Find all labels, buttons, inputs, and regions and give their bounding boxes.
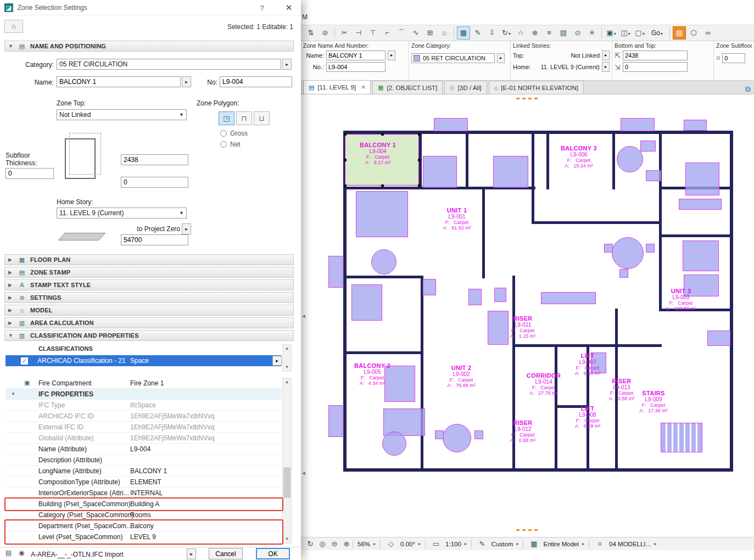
infobox-category-flyout-button[interactable]: ▸: [497, 53, 505, 63]
selection-handle[interactable]: [418, 184, 421, 187]
zoom-in-icon[interactable]: ⊕: [340, 540, 353, 548]
zone-polygon-extruded-button[interactable]: ◳: [219, 111, 234, 125]
category-combo[interactable]: 05 RET CIRCULATION: [57, 59, 281, 70]
split-icon[interactable]: ✂: [338, 26, 351, 40]
classification-system-row[interactable]: ✓ ARCHICAD Classification - 21 Space: [5, 355, 281, 366]
stretch-icon[interactable]: ⊞: [423, 26, 437, 40]
cancel-button[interactable]: Cancel: [209, 548, 243, 559]
gross-radio-row[interactable]: Gross: [220, 130, 248, 137]
pen-set-control[interactable]: ✎ Custom▸: [472, 540, 523, 548]
infobox-name-flyout-button[interactable]: ▸: [388, 51, 395, 60]
marquee-selection-icon[interactable]: ▦: [457, 26, 470, 40]
selection-handle[interactable]: [344, 133, 347, 136]
scroll-down-icon[interactable]: ▼: [283, 363, 291, 371]
infobox-zone-name-input[interactable]: [326, 51, 386, 60]
net-radio-row[interactable]: Net: [220, 141, 241, 148]
orientation-control[interactable]: ◇ 0.00°▸: [381, 540, 425, 548]
zone-stamp-l9-004[interactable]: BALCONY 1 L9-004 F: Carpet A: 9.17 m²: [347, 142, 409, 165]
infobox-top-offset-input[interactable]: [623, 51, 688, 60]
infobox-top-link[interactable]: Not Linked: [535, 52, 600, 59]
zone-stamp-l9-002[interactable]: UNIT 2 L9-002 F: Carpet A: 76.89 m²: [431, 365, 492, 388]
refresh-view-icon[interactable]: ↻: [304, 540, 316, 548]
layout-book-icon[interactable]: ◫▾: [619, 26, 632, 40]
go-button[interactable]: Go▾: [647, 26, 667, 40]
hyperlink-icon[interactable]: ∞: [701, 26, 714, 40]
trim-icon[interactable]: ⊤: [366, 26, 379, 40]
infobox-home-flyout-button[interactable]: ▸: [602, 62, 610, 72]
floor-plan-canvas[interactable]: ◄ ◄ BALCONY 1 L9-004 F: Carpet A: 9.17 m…: [301, 94, 754, 537]
zone-stamp-l9-008[interactable]: LIFT L9-008 F: Carpet A: 6.29 m²: [557, 405, 618, 429]
zone-stamp-l9-006[interactable]: BALCONY 3 L9-006 F: Carpet A: 10.24 m²: [548, 145, 610, 169]
hidden-toolbar-marker[interactable]: [516, 98, 539, 99]
classification-flyout-button[interactable]: ▸: [272, 356, 282, 366]
scale-control[interactable]: ▭ 1:100▸: [426, 540, 471, 548]
zone-stamp-l9-005[interactable]: BALCONY 2 L9-005 F: Carpet A: 4.34 m²: [342, 362, 403, 386]
section-model[interactable]: ▶ ⌂ MODEL: [4, 305, 294, 316]
property-row-4[interactable]: Name (Attribute) L9-004: [5, 444, 281, 455]
3d-visualization-icon[interactable]: ⬡: [687, 26, 700, 40]
property-row-11[interactable]: Department (Pset_SpaceCom... Balcony: [5, 520, 281, 531]
property-row-6[interactable]: LongName (Attribute) BALCONY 1: [5, 466, 281, 477]
property-row-1[interactable]: ARCHICAD IFC ID 1Eh9E2AFj5MeWa7xtbNVvq: [5, 411, 281, 422]
zoom-tool-icon[interactable]: ◎: [316, 540, 328, 548]
infobox-zone-number-input[interactable]: [326, 62, 386, 72]
adjust-icon[interactable]: ⊣: [352, 26, 365, 40]
gross-radio[interactable]: [220, 130, 227, 137]
selection-handle[interactable]: [418, 159, 421, 161]
property-row-10[interactable]: Category (Pset_SpaceCommon) Rooms: [5, 509, 281, 520]
tab-close-icon[interactable]: ×: [361, 83, 365, 91]
net-radio[interactable]: [220, 141, 227, 148]
zone-stamp-l9-007[interactable]: LIFT L9-007 F: Carpet A: 6.34 m²: [557, 352, 618, 376]
align-icon[interactable]: ≡: [543, 26, 556, 40]
trace-reference-icon[interactable]: ▨: [673, 26, 686, 40]
scroll-up-icon[interactable]: ▲: [283, 345, 291, 352]
zone-polygon-top-button[interactable]: ⊓: [236, 111, 252, 125]
properties-scrollbar[interactable]: ▲ ▼: [282, 378, 292, 544]
close-button[interactable]: ✕: [279, 1, 299, 14]
project-zero-flyout-button[interactable]: ▸: [182, 223, 191, 234]
scroll-up-icon[interactable]: ▲: [283, 378, 291, 386]
project-zero-input[interactable]: [121, 234, 188, 245]
tab-2-object-list[interactable]: ▦ [2. OBJECT LIST]: [372, 81, 443, 94]
property-row-0[interactable]: IFC Type IfcSpace: [5, 400, 281, 411]
element-info-icon[interactable]: ▤: [557, 26, 570, 40]
property-row-7[interactable]: CompositionType (Attribute) ELEMENT: [5, 477, 281, 488]
panel-collapse-handle[interactable]: ◄: [301, 470, 306, 476]
import-scheme-flyout-button[interactable]: ▸: [187, 548, 196, 559]
infobox-subfloor-input[interactable]: [722, 53, 745, 63]
selection-handle[interactable]: [418, 133, 421, 136]
zone-stamp-l9-009[interactable]: STAIRS L9-009 F: Carpet A: 17.46 m²: [623, 390, 684, 413]
zone-top-offset-input[interactable]: [121, 154, 188, 165]
hidden-toolbar-marker[interactable]: [516, 529, 539, 531]
pickup-parameters-icon[interactable]: ✎: [471, 26, 484, 40]
tab-e-01-north-elevation[interactable]: ⌂ [E-01 NORTH ELEVATION]: [489, 81, 584, 94]
zone-stamp-l9-011[interactable]: RISER L9-011 F: Carpet A: 1.15 m²: [492, 315, 554, 339]
rotate-icon[interactable]: ↻▾: [500, 26, 513, 40]
subfloor-thickness-input[interactable]: [5, 168, 54, 179]
zone-name-flyout-button[interactable]: ▸: [182, 76, 191, 87]
suspend-groups-icon[interactable]: ⊘: [319, 26, 332, 40]
tab-11-level-9[interactable]: ▤ [11. LEVEL 9]×: [303, 80, 371, 94]
infobox-category-combo[interactable]: 05 RET CIRCULATION: [411, 53, 495, 63]
ok-button[interactable]: OK: [256, 548, 290, 559]
property-row-3[interactable]: GlobalId (Attribute) 1Eh9E2AFj5MeWa7xtbN…: [5, 433, 281, 444]
resize-icon[interactable]: ∿: [409, 26, 422, 40]
infobox-home-link[interactable]: 11. LEVEL 9 (Current): [535, 64, 600, 70]
property-row-9[interactable]: Building (Pset_SpaceCommon) Building A: [5, 499, 281, 509]
property-row-5[interactable]: Description (Attribute): [5, 455, 281, 466]
zoom-level-control[interactable]: 56%▸: [353, 541, 380, 547]
favorites-button[interactable]: ☆: [4, 20, 23, 33]
panel-collapse-handle[interactable]: ◄: [301, 313, 306, 319]
zone-stamp-l9-001[interactable]: UNIT 1 L9-001 F: Carpet A: 81.92 m²: [426, 207, 488, 231]
classifications-scrollbar[interactable]: ▲ ▼: [282, 344, 292, 372]
zone-stamp-l9-003[interactable]: UNIT 3 L9-003 F: Carpet A: 120.69 m²: [650, 288, 712, 311]
property-row-2[interactable]: External IFC ID 1Eh9E2AFj5MeWa7xtbNVvq: [5, 422, 281, 433]
section-name-and-positioning[interactable]: ▼ ▤ NAME AND POSITIONING: [4, 41, 294, 52]
model-filter-control[interactable]: ▦ Entire Model▸: [523, 540, 589, 548]
zone-number-input[interactable]: [220, 76, 292, 87]
find-select-icon[interactable]: ⊕: [528, 26, 541, 40]
renumber-elements-icon[interactable]: ⇅: [304, 26, 317, 40]
scroll-down-icon[interactable]: ▼: [283, 535, 291, 543]
help-button[interactable]: ?: [254, 1, 270, 14]
zone-top-select[interactable]: Not Linked ▼: [57, 109, 187, 120]
